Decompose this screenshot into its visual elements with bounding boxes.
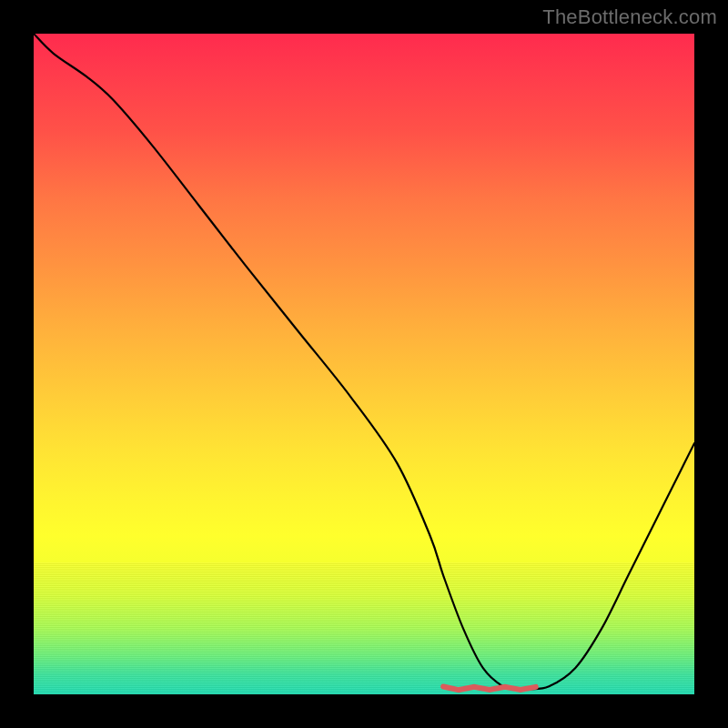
plot-area <box>34 34 694 694</box>
bottleneck-curve <box>34 34 694 690</box>
minimum-flat-marker <box>443 686 536 690</box>
chart-frame: TheBottleneck.com <box>0 0 728 728</box>
watermark-text: TheBottleneck.com <box>542 5 717 29</box>
curve-layer <box>34 34 694 694</box>
